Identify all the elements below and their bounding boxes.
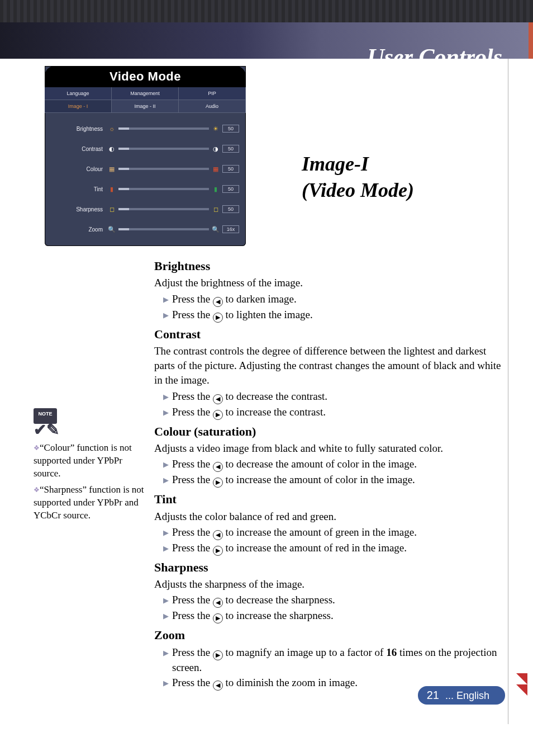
osd-label: Brightness [51, 126, 107, 132]
heading-zoom: Zoom [154, 627, 502, 644]
note-badge: NOTE [34, 408, 57, 424]
corner-arrow-icon [516, 673, 527, 684]
slider-track[interactable] [118, 168, 209, 170]
diamond-icon: ❖ [34, 444, 40, 452]
list-item: ▶Press the ◀ to decrease the amount of c… [154, 457, 502, 472]
li-text: to lighten the image. [223, 309, 313, 320]
li-text: Press the [172, 526, 213, 538]
triangle-bullet-icon: ▶ [163, 475, 169, 485]
osd-value: 50 [222, 205, 239, 213]
note-text: “Colour” function is not supported under… [34, 442, 132, 479]
sharp-low-icon: ◻ [107, 205, 116, 213]
triangle-bullet-icon: ▶ [163, 596, 169, 606]
page-title: User Controls [367, 44, 502, 70]
li-text: Press the [172, 646, 213, 658]
osd-value: 50 [222, 185, 239, 193]
li-text: Press the [172, 458, 213, 470]
list-item: ▶Press the ◀ to decrease the contrast. [154, 389, 502, 404]
colour-low-icon: ▦ [107, 165, 116, 173]
osd-value: 50 [222, 125, 239, 133]
contrast-low-icon: ◐ [107, 145, 116, 153]
osd-tab-language[interactable]: Language [45, 87, 112, 100]
osd-tab-audio[interactable]: Audio [179, 100, 246, 113]
triangle-bullet-icon: ▶ [163, 295, 169, 305]
osd-label: Zoom [51, 226, 107, 233]
li-text: Press the [172, 293, 213, 305]
li-text: Press the [172, 309, 213, 320]
list-item: ▶Press the ▶ to increase the amount of r… [154, 541, 502, 556]
osd-tab-image1[interactable]: Image - I [45, 100, 112, 113]
li-text: to magnify an image up to a factor of [223, 646, 386, 658]
osd-tab-management[interactable]: Management [112, 87, 179, 100]
li-text: to increase the sharpness. [223, 609, 334, 621]
li-text: to increase the amount of color in the i… [223, 474, 415, 485]
osd-row-tint[interactable]: Tint ▮ ▮ 50 [51, 179, 239, 199]
li-text: to diminish the zoom in image. [223, 677, 358, 688]
left-arrow-button-icon: ◀ [213, 462, 223, 472]
zoom-out-icon: 🔍 [107, 225, 116, 233]
page-number: 21 [427, 689, 439, 701]
right-arrow-button-icon: ▶ [213, 313, 223, 323]
right-arrow-button-icon: ▶ [213, 650, 223, 660]
corner-arrow-icon [516, 684, 527, 696]
osd-row-brightness[interactable]: Brightness ☼ ☀ 50 [51, 119, 239, 139]
slider-track[interactable] [118, 228, 209, 230]
list-item: ▶Press the ▶ to increase the contrast. [154, 405, 502, 420]
tint-high-icon: ▮ [211, 185, 220, 193]
slider-track[interactable] [118, 208, 209, 210]
page-footer: 21 ... English [418, 686, 505, 705]
header-band: User Controls [0, 22, 533, 59]
main-content: Brightness Adjust the brightness of the … [154, 254, 502, 691]
right-arrow-button-icon: ▶ [213, 410, 223, 420]
list-item: ▶Press the ◀ to darken image. [154, 292, 502, 307]
slider-track[interactable] [118, 127, 209, 130]
osd-tabs: Language Management PIP Image - I Image … [45, 87, 246, 113]
page-lang: ... English [445, 690, 489, 701]
list-item: ▶Press the ▶ to magnify an image up to a… [154, 645, 502, 675]
osd-row-contrast[interactable]: Contrast ◐ ◑ 50 [51, 139, 239, 159]
triangle-bullet-icon: ▶ [163, 544, 169, 554]
page-number-pill: 21 ... English [418, 686, 505, 705]
list-item: ▶Press the ▶ to increase the sharpness. [154, 608, 502, 623]
triangle-bullet-icon: ▶ [163, 611, 169, 621]
heading-contrast: Contrast [154, 326, 502, 343]
para: Adjusts a video image from black and whi… [154, 441, 502, 456]
section-title-line1: Image-I [302, 153, 369, 175]
triangle-bullet-icon: ▶ [163, 528, 169, 538]
slider-track[interactable] [118, 148, 209, 150]
triangle-bullet-icon: ▶ [163, 460, 169, 470]
li-text: to increase the amount of green in the i… [223, 526, 417, 538]
section-title: Image-I (Video Mode) [302, 151, 414, 204]
triangle-bullet-icon: ▶ [163, 648, 169, 658]
check-pencil-icon: ✔︎✎ [34, 426, 145, 434]
osd-value: 50 [222, 165, 239, 173]
list-item: ▶Press the ◀ to increase the amount of g… [154, 525, 502, 540]
heading-sharpness: Sharpness [154, 559, 502, 576]
li-text: to darken image. [223, 293, 297, 305]
note-item: ❖“Colour” function is not supported unde… [34, 442, 145, 480]
li-text: Press the [172, 390, 213, 402]
osd-row-colour[interactable]: Colour ▦ ▦ 50 [51, 159, 239, 179]
osd-tab-image2[interactable]: Image - II [112, 100, 179, 113]
triangle-bullet-icon: ▶ [163, 392, 169, 402]
left-arrow-button-icon: ◀ [213, 681, 223, 691]
right-arrow-button-icon: ▶ [213, 613, 223, 623]
diamond-icon: ❖ [34, 486, 40, 494]
list-item: ▶Press the ◀ to decrease the sharpness. [154, 593, 502, 608]
right-rule [508, 59, 508, 724]
osd-rows: Brightness ☼ ☀ 50 Contrast ◐ ◑ 50 Colour… [45, 113, 246, 239]
list-item: ▶Press the ▶ to lighten the image. [154, 308, 502, 323]
sun-bright-icon: ☀ [211, 125, 220, 133]
li-bold: 16 [386, 646, 397, 658]
osd-row-zoom[interactable]: Zoom 🔍 🔍 16x [51, 219, 239, 239]
osd-label: Tint [51, 186, 107, 192]
slider-track[interactable] [118, 188, 209, 190]
para: The contrast controls the degree of diff… [154, 344, 502, 388]
osd-row-sharpness[interactable]: Sharpness ◻ ◻ 50 [51, 199, 239, 219]
tint-low-icon: ▮ [107, 185, 116, 193]
osd-tab-pip[interactable]: PIP [179, 87, 246, 100]
contrast-high-icon: ◑ [211, 145, 220, 153]
heading-colour: Colour (saturation) [154, 423, 502, 440]
li-text: Press the [172, 406, 213, 418]
sharp-high-icon: ◻ [211, 205, 220, 213]
